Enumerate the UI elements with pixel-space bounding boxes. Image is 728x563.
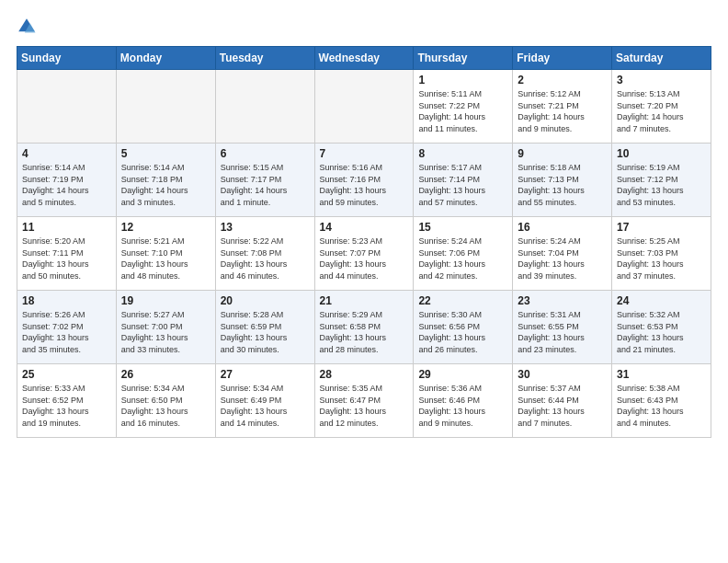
- day-number: 27: [221, 368, 310, 381]
- day-number: 25: [22, 368, 111, 381]
- day-info: Sunrise: 5:12 AM Sunset: 7:21 PM Dayligh…: [518, 88, 607, 134]
- calendar-cell: 6Sunrise: 5:15 AM Sunset: 7:17 PM Daylig…: [215, 144, 314, 217]
- weekday-header-saturday: Saturday: [612, 47, 711, 70]
- calendar-cell: 19Sunrise: 5:27 AM Sunset: 7:00 PM Dayli…: [116, 291, 215, 364]
- calendar-cell: 13Sunrise: 5:22 AM Sunset: 7:08 PM Dayli…: [215, 217, 314, 291]
- day-info: Sunrise: 5:31 AM Sunset: 6:55 PM Dayligh…: [518, 309, 607, 355]
- logo: [17, 17, 40, 37]
- day-number: 1: [418, 74, 507, 86]
- day-info: Sunrise: 5:15 AM Sunset: 7:17 PM Dayligh…: [221, 162, 310, 208]
- calendar-cell: 18Sunrise: 5:26 AM Sunset: 7:02 PM Dayli…: [17, 291, 117, 364]
- day-number: 12: [121, 221, 210, 234]
- day-number: 31: [617, 368, 706, 381]
- calendar-cell: 9Sunrise: 5:18 AM Sunset: 7:13 PM Daylig…: [513, 144, 612, 217]
- day-number: 6: [221, 147, 310, 160]
- calendar-cell: 8Sunrise: 5:17 AM Sunset: 7:14 PM Daylig…: [414, 144, 513, 217]
- day-info: Sunrise: 5:14 AM Sunset: 7:18 PM Dayligh…: [121, 162, 210, 208]
- day-info: Sunrise: 5:29 AM Sunset: 6:58 PM Dayligh…: [320, 309, 409, 355]
- day-info: Sunrise: 5:28 AM Sunset: 6:59 PM Dayligh…: [221, 309, 310, 355]
- page: SundayMondayTuesdayWednesdayThursdayFrid…: [0, 0, 728, 563]
- calendar-cell: 7Sunrise: 5:16 AM Sunset: 7:16 PM Daylig…: [314, 144, 414, 217]
- weekday-header-friday: Friday: [513, 47, 612, 70]
- calendar-cell: 24Sunrise: 5:32 AM Sunset: 6:53 PM Dayli…: [612, 291, 711, 364]
- day-number: 4: [22, 147, 111, 160]
- day-number: 2: [518, 74, 607, 86]
- day-info: Sunrise: 5:14 AM Sunset: 7:19 PM Dayligh…: [22, 162, 111, 208]
- calendar-cell: 31Sunrise: 5:38 AM Sunset: 6:43 PM Dayli…: [612, 364, 711, 438]
- day-info: Sunrise: 5:18 AM Sunset: 7:13 PM Dayligh…: [518, 162, 607, 208]
- weekday-header-monday: Monday: [116, 47, 215, 70]
- day-info: Sunrise: 5:23 AM Sunset: 7:07 PM Dayligh…: [320, 236, 409, 282]
- day-info: Sunrise: 5:38 AM Sunset: 6:43 PM Dayligh…: [617, 383, 706, 429]
- day-number: 16: [518, 221, 607, 234]
- calendar-cell: 2Sunrise: 5:12 AM Sunset: 7:21 PM Daylig…: [513, 70, 612, 144]
- day-info: Sunrise: 5:37 AM Sunset: 6:44 PM Dayligh…: [518, 383, 607, 429]
- day-info: Sunrise: 5:13 AM Sunset: 7:20 PM Dayligh…: [617, 88, 706, 134]
- calendar-cell: 29Sunrise: 5:36 AM Sunset: 6:46 PM Dayli…: [414, 364, 513, 438]
- day-number: 19: [121, 294, 210, 307]
- calendar-cell: 5Sunrise: 5:14 AM Sunset: 7:18 PM Daylig…: [116, 144, 215, 217]
- day-number: 3: [617, 74, 706, 86]
- day-info: Sunrise: 5:33 AM Sunset: 6:52 PM Dayligh…: [22, 383, 111, 429]
- day-info: Sunrise: 5:30 AM Sunset: 6:56 PM Dayligh…: [418, 309, 507, 355]
- day-number: 7: [320, 147, 409, 160]
- day-number: 26: [121, 368, 210, 381]
- day-info: Sunrise: 5:27 AM Sunset: 7:00 PM Dayligh…: [121, 309, 210, 355]
- day-number: 14: [320, 221, 409, 234]
- day-info: Sunrise: 5:24 AM Sunset: 7:04 PM Dayligh…: [518, 236, 607, 282]
- calendar-cell: 28Sunrise: 5:35 AM Sunset: 6:47 PM Dayli…: [314, 364, 414, 438]
- calendar-cell: 16Sunrise: 5:24 AM Sunset: 7:04 PM Dayli…: [513, 217, 612, 291]
- weekday-header-row: SundayMondayTuesdayWednesdayThursdayFrid…: [17, 47, 711, 70]
- day-number: 15: [418, 221, 507, 234]
- week-row-1: 4Sunrise: 5:14 AM Sunset: 7:19 PM Daylig…: [17, 144, 711, 217]
- day-number: 9: [518, 147, 607, 160]
- day-info: Sunrise: 5:11 AM Sunset: 7:22 PM Dayligh…: [418, 88, 507, 134]
- calendar-cell: 25Sunrise: 5:33 AM Sunset: 6:52 PM Dayli…: [17, 364, 117, 438]
- day-number: 29: [418, 368, 507, 381]
- day-info: Sunrise: 5:22 AM Sunset: 7:08 PM Dayligh…: [221, 236, 310, 282]
- day-number: 20: [221, 294, 310, 307]
- day-info: Sunrise: 5:25 AM Sunset: 7:03 PM Dayligh…: [617, 236, 706, 282]
- day-number: 24: [617, 294, 706, 307]
- calendar-cell: 20Sunrise: 5:28 AM Sunset: 6:59 PM Dayli…: [215, 291, 314, 364]
- day-number: 28: [320, 368, 409, 381]
- calendar-cell: 30Sunrise: 5:37 AM Sunset: 6:44 PM Dayli…: [513, 364, 612, 438]
- day-info: Sunrise: 5:32 AM Sunset: 6:53 PM Dayligh…: [617, 309, 706, 355]
- calendar: SundayMondayTuesdayWednesdayThursdayFrid…: [17, 46, 711, 438]
- week-row-4: 25Sunrise: 5:33 AM Sunset: 6:52 PM Dayli…: [17, 364, 711, 438]
- day-info: Sunrise: 5:34 AM Sunset: 6:50 PM Dayligh…: [121, 383, 210, 429]
- calendar-cell: 14Sunrise: 5:23 AM Sunset: 7:07 PM Dayli…: [314, 217, 414, 291]
- weekday-header-thursday: Thursday: [414, 47, 513, 70]
- calendar-cell: 15Sunrise: 5:24 AM Sunset: 7:06 PM Dayli…: [414, 217, 513, 291]
- weekday-header-sunday: Sunday: [17, 47, 117, 70]
- calendar-cell: 1Sunrise: 5:11 AM Sunset: 7:22 PM Daylig…: [414, 70, 513, 144]
- day-info: Sunrise: 5:17 AM Sunset: 7:14 PM Dayligh…: [418, 162, 507, 208]
- calendar-cell: 3Sunrise: 5:13 AM Sunset: 7:20 PM Daylig…: [612, 70, 711, 144]
- day-number: 11: [22, 221, 111, 234]
- calendar-cell: 17Sunrise: 5:25 AM Sunset: 7:03 PM Dayli…: [612, 217, 711, 291]
- calendar-cell: 27Sunrise: 5:34 AM Sunset: 6:49 PM Dayli…: [215, 364, 314, 438]
- day-number: 22: [418, 294, 507, 307]
- calendar-cell: 22Sunrise: 5:30 AM Sunset: 6:56 PM Dayli…: [414, 291, 513, 364]
- calendar-cell: 23Sunrise: 5:31 AM Sunset: 6:55 PM Dayli…: [513, 291, 612, 364]
- header: [17, 17, 711, 37]
- day-number: 21: [320, 294, 409, 307]
- day-number: 8: [418, 147, 507, 160]
- calendar-cell: 12Sunrise: 5:21 AM Sunset: 7:10 PM Dayli…: [116, 217, 215, 291]
- day-info: Sunrise: 5:20 AM Sunset: 7:11 PM Dayligh…: [22, 236, 111, 282]
- day-info: Sunrise: 5:21 AM Sunset: 7:10 PM Dayligh…: [121, 236, 210, 282]
- calendar-cell: 11Sunrise: 5:20 AM Sunset: 7:11 PM Dayli…: [17, 217, 117, 291]
- logo-icon: [17, 17, 37, 37]
- calendar-cell: [17, 70, 117, 144]
- weekday-header-wednesday: Wednesday: [314, 47, 414, 70]
- day-number: 10: [617, 147, 706, 160]
- day-info: Sunrise: 5:24 AM Sunset: 7:06 PM Dayligh…: [418, 236, 507, 282]
- calendar-cell: [215, 70, 314, 144]
- calendar-cell: 26Sunrise: 5:34 AM Sunset: 6:50 PM Dayli…: [116, 364, 215, 438]
- week-row-2: 11Sunrise: 5:20 AM Sunset: 7:11 PM Dayli…: [17, 217, 711, 291]
- weekday-header-tuesday: Tuesday: [215, 47, 314, 70]
- day-number: 13: [221, 221, 310, 234]
- calendar-cell: [314, 70, 414, 144]
- day-info: Sunrise: 5:36 AM Sunset: 6:46 PM Dayligh…: [418, 383, 507, 429]
- day-info: Sunrise: 5:26 AM Sunset: 7:02 PM Dayligh…: [22, 309, 111, 355]
